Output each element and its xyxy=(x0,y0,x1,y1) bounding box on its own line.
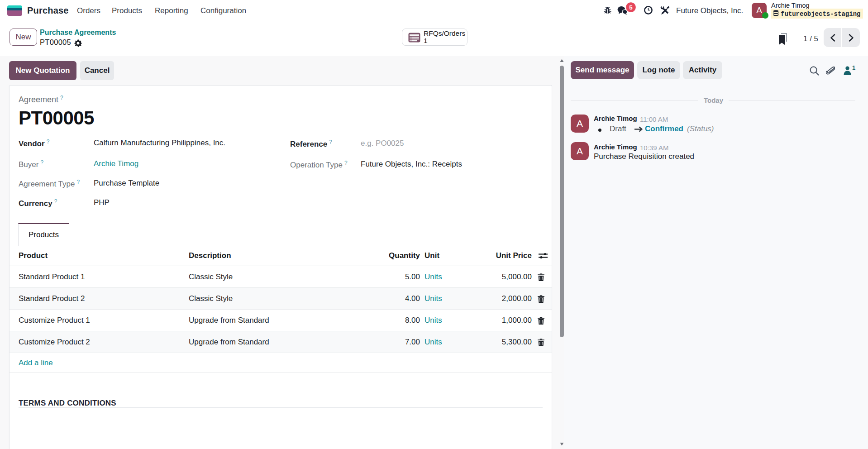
svg-text:5: 5 xyxy=(629,4,633,11)
